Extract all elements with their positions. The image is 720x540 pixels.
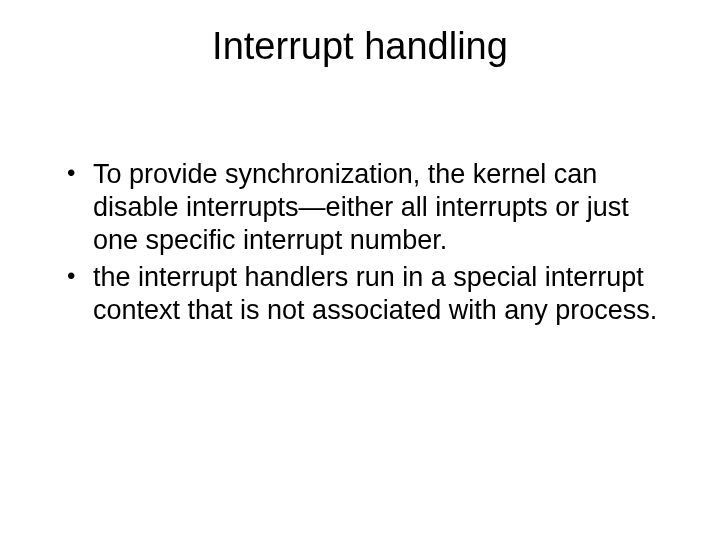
list-item: the interrupt handlers run in a special … [65,261,670,327]
slide-container: Interrupt handling To provide synchroniz… [0,0,720,540]
slide-title: Interrupt handling [130,25,590,68]
list-item: To provide synchronization, the kernel c… [65,158,670,257]
slide-content: To provide synchronization, the kernel c… [50,158,670,327]
bullet-list: To provide synchronization, the kernel c… [65,158,670,327]
